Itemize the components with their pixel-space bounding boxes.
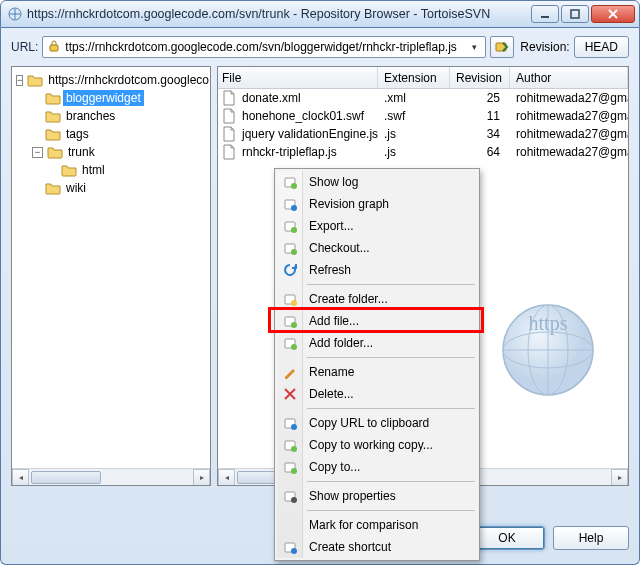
menu-item-label: Show properties [309,489,396,503]
menu-item-label: Checkout... [309,241,370,255]
file-ext: .js [378,145,450,159]
menu-item-label: Copy URL to clipboard [309,416,429,430]
scroll-left-icon[interactable]: ◂ [218,469,235,486]
list-rows: donate.xml.xml25rohitmewada27@gmail.comh… [218,89,628,161]
svg-point-28 [291,468,297,474]
menu-item[interactable]: Export... [277,215,477,237]
app-icon [7,6,23,22]
repo-tree[interactable]: − https://rnhckrdotcom.googleco bloggerw… [12,67,210,201]
head-button[interactable]: HEAD [574,36,629,58]
menu-item[interactable]: Rename [277,361,477,383]
menu-item[interactable]: Checkout... [277,237,477,259]
svg-rect-3 [50,45,58,51]
menu-item[interactable]: Copy URL to clipboard [277,412,477,434]
file-author: rohitmewada27@gmail.com [510,91,628,105]
collapse-icon[interactable]: − [16,75,23,86]
svg-rect-1 [541,16,549,18]
scroll-left-icon[interactable]: ◂ [12,469,29,486]
expand-icon[interactable]: − [32,147,43,158]
shortcut-icon [281,538,299,556]
menu-item-label: Create shortcut [309,540,391,554]
watermark-globe-icon: https [488,285,608,405]
tree-root[interactable]: − https://rnhckrdotcom.googleco [14,71,210,89]
minimize-button[interactable] [531,5,559,23]
svg-point-20 [291,322,297,328]
table-row[interactable]: rnhckr-tripleflap.js.js64rohitmewada27@g… [218,143,628,161]
svg-point-12 [291,205,297,211]
tree-item[interactable]: bloggerwidget [14,89,210,107]
file-ext: .swf [378,109,450,123]
col-extension[interactable]: Extension [378,67,450,88]
file-ext: .js [378,127,450,141]
url-combo[interactable]: ▾ [42,36,486,58]
ok-button[interactable]: OK [469,526,545,550]
tree-item[interactable]: branches [14,107,210,125]
menu-item[interactable]: Copy to... [277,456,477,478]
folder-icon [45,127,61,141]
scroll-right-icon[interactable]: ▸ [193,469,210,486]
col-revision[interactable]: Revision [450,67,510,88]
tree-item[interactable]: html [14,161,210,179]
file-author: rohitmewada27@gmail.com [510,127,628,141]
go-button[interactable] [490,36,514,58]
tree-item-label: trunk [65,144,98,160]
menu-item[interactable]: Refresh [277,259,477,281]
menu-item[interactable]: Create folder... [277,288,477,310]
col-author[interactable]: Author [510,67,628,88]
menu-item[interactable]: Delete... [277,383,477,405]
tree-item-label: wiki [63,180,89,196]
file-rev: 25 [450,91,510,105]
rename-icon [281,363,299,381]
lock-icon [47,39,61,56]
close-button[interactable] [591,5,635,23]
tree-label: https://rnhckrdotcom.googleco [45,72,211,88]
tree-item-label: branches [63,108,118,124]
folder-icon [45,109,61,123]
table-row[interactable]: honehone_clock01.swf.swf11rohitmewada27@… [218,107,628,125]
menu-item-label: Copy to... [309,460,360,474]
menu-item[interactable]: Show properties [277,485,477,507]
folder-icon [45,91,61,105]
file-icon [222,108,238,124]
tree-item[interactable]: wiki [14,179,210,197]
revision-label: Revision: [520,40,569,54]
table-row[interactable]: donate.xml.xml25rohitmewada27@gmail.com [218,89,628,107]
table-row[interactable]: jquery validationEngine.js.js34rohitmewa… [218,125,628,143]
log-icon [281,173,299,191]
tree-item-label: tags [63,126,92,142]
folder-icon [61,163,77,177]
tree-scroll-horizontal[interactable]: ◂ ▸ [12,468,210,485]
url-label: URL: [11,40,38,54]
window-buttons [531,5,635,23]
copyurl-icon [281,414,299,432]
menu-item[interactable]: Create shortcut [277,536,477,558]
maximize-button[interactable] [561,5,589,23]
dialog-buttons: OK Help [469,526,629,550]
delete-icon [281,385,299,403]
tree-item[interactable]: tags [14,125,210,143]
chevron-down-icon[interactable]: ▾ [467,42,481,52]
file-name: jquery validationEngine.js [242,127,378,141]
menu-item[interactable]: Add file... [277,310,477,332]
menu-item-label: Add file... [309,314,359,328]
export-icon [281,217,299,235]
window-title: https://rnhckrdotcom.googlecode.com/svn/… [27,7,531,21]
tree-item[interactable]: −trunk [14,143,210,161]
menu-item[interactable]: Add folder... [277,332,477,354]
url-input[interactable] [65,40,463,54]
menu-item-label: Create folder... [309,292,388,306]
file-name: honehone_clock01.swf [242,109,364,123]
menu-item-label: Copy to working copy... [309,438,433,452]
help-button[interactable]: Help [553,526,629,550]
copyto-icon [281,458,299,476]
list-header[interactable]: File Extension Revision Author [218,67,628,89]
menu-item[interactable]: Mark for comparison [277,514,477,536]
scroll-right-icon[interactable]: ▸ [611,469,628,486]
menu-item[interactable]: Revision graph [277,193,477,215]
col-file[interactable]: File [218,67,378,88]
folder-icon [45,181,61,195]
file-name: donate.xml [242,91,301,105]
menu-item[interactable]: Copy to working copy... [277,434,477,456]
context-menu: Show logRevision graphExport...Checkout.… [274,168,480,561]
menu-item[interactable]: Show log [277,171,477,193]
